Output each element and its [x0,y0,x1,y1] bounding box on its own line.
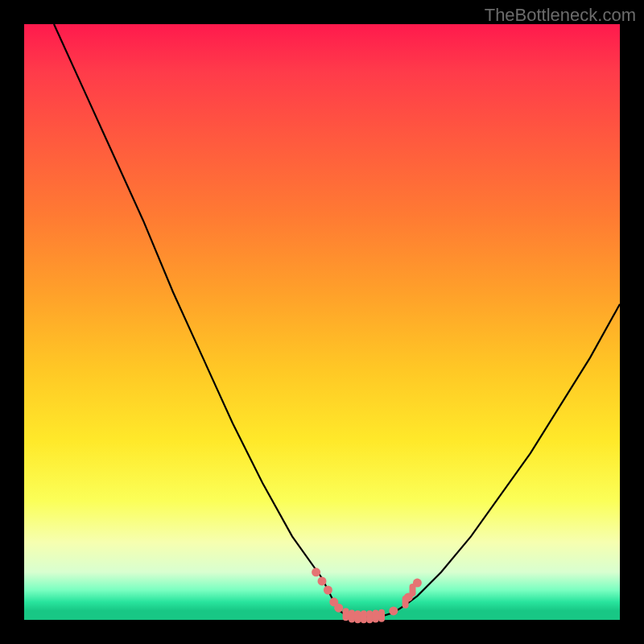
marker-pill [343,608,349,621]
marker-dot [334,604,343,613]
chart-svg [24,24,620,620]
chart-frame: TheBottleneck.com [0,0,644,644]
marker-pill [354,610,361,623]
marker-dot [312,568,320,576]
marker-pill [349,610,355,623]
marker-pill [373,610,379,623]
valley-markers [312,568,422,623]
bottleneck-curve [54,24,620,617]
marker-dot [389,606,398,615]
watermark-text: TheBottleneck.com [485,5,636,26]
marker-pill [378,609,385,622]
marker-dot [413,579,422,588]
marker-pill [361,610,367,623]
plot-area [24,24,620,620]
marker-pill [366,610,373,623]
marker-dot [324,586,332,595]
marker-dot [318,576,327,585]
